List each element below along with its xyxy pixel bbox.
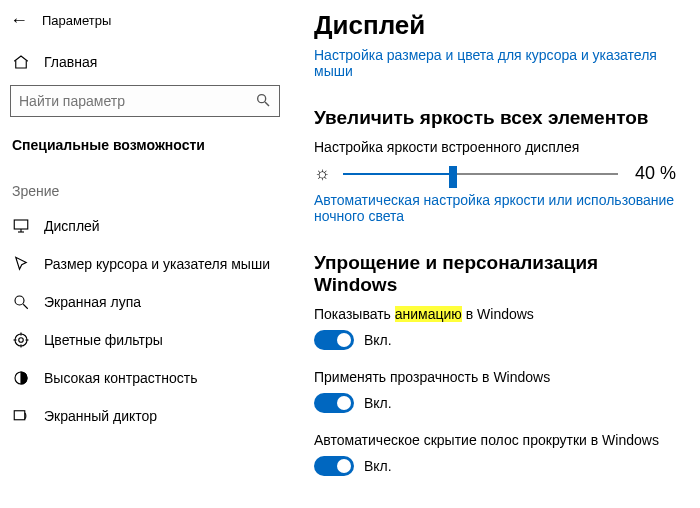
simplify-section-header: Упрощение и персонализация Windows bbox=[314, 252, 676, 296]
sidebar-item-color-filters[interactable]: Цветные фильтры bbox=[0, 321, 290, 359]
svg-rect-14 bbox=[14, 411, 25, 420]
toggle-scrollbars-state: Вкл. bbox=[364, 458, 392, 474]
sidebar-home-label: Главная bbox=[44, 54, 97, 70]
sidebar-group-vision: Зрение bbox=[0, 159, 290, 207]
narrator-icon bbox=[12, 407, 30, 425]
back-icon[interactable]: ← bbox=[10, 10, 28, 31]
sidebar-section-header: Специальные возможности bbox=[0, 127, 290, 159]
slider-thumb[interactable] bbox=[449, 166, 457, 188]
search-input[interactable] bbox=[19, 93, 255, 109]
brightness-section-header: Увеличить яркость всех элементов bbox=[314, 107, 676, 129]
sidebar: ← Параметры Главная Специальные возможно… bbox=[0, 0, 290, 508]
toggle-scrollbars[interactable] bbox=[314, 456, 354, 476]
cursor-settings-link[interactable]: Настройка размера и цвета для курсора и … bbox=[314, 47, 676, 79]
home-icon bbox=[12, 53, 30, 71]
sidebar-item-label: Дисплей bbox=[44, 218, 100, 234]
svg-line-1 bbox=[265, 102, 269, 106]
contrast-icon bbox=[12, 369, 30, 387]
sidebar-home[interactable]: Главная bbox=[0, 43, 290, 81]
magnifier-icon bbox=[12, 293, 30, 311]
sun-icon: ☼ bbox=[314, 163, 331, 184]
search-box[interactable] bbox=[10, 85, 280, 117]
toggle-scrollbars-label: Автоматическое скрытие полос прокрутки в… bbox=[314, 432, 676, 448]
main-content: Дисплей Настройка размера и цвета для ку… bbox=[290, 0, 700, 508]
toggle-animations[interactable] bbox=[314, 330, 354, 350]
monitor-icon bbox=[12, 217, 30, 235]
cursor-icon bbox=[12, 255, 30, 273]
sidebar-item-narrator[interactable]: Экранный диктор bbox=[0, 397, 290, 435]
sidebar-item-high-contrast[interactable]: Высокая контрастность bbox=[0, 359, 290, 397]
sidebar-item-label: Экранная лупа bbox=[44, 294, 141, 310]
toggle-transparency-label: Применять прозрачность в Windows bbox=[314, 369, 676, 385]
svg-point-8 bbox=[19, 338, 24, 343]
sidebar-item-magnifier[interactable]: Экранная лупа bbox=[0, 283, 290, 321]
highlight: анимацию bbox=[395, 306, 462, 322]
sidebar-item-cursor-size[interactable]: Размер курсора и указателя мыши bbox=[0, 245, 290, 283]
sidebar-item-label: Экранный диктор bbox=[44, 408, 157, 424]
search-icon bbox=[255, 92, 271, 111]
slider-fill bbox=[343, 173, 453, 175]
brightness-label: Настройка яркости встроенного дисплея bbox=[314, 139, 676, 155]
sidebar-item-label: Цветные фильтры bbox=[44, 332, 163, 348]
svg-line-6 bbox=[23, 304, 28, 309]
svg-rect-2 bbox=[14, 220, 28, 229]
sidebar-item-label: Высокая контрастность bbox=[44, 370, 197, 386]
color-filter-icon bbox=[12, 331, 30, 349]
sidebar-item-label: Размер курсора и указателя мыши bbox=[44, 256, 270, 272]
toggle-transparency[interactable] bbox=[314, 393, 354, 413]
svg-point-5 bbox=[15, 296, 24, 305]
window-title: Параметры bbox=[42, 13, 111, 28]
svg-point-0 bbox=[258, 94, 266, 102]
svg-point-7 bbox=[15, 334, 27, 346]
auto-brightness-link[interactable]: Автоматическая настройка яркости или исп… bbox=[314, 192, 676, 224]
page-title: Дисплей bbox=[314, 10, 676, 41]
sidebar-item-display[interactable]: Дисплей bbox=[0, 207, 290, 245]
brightness-value: 40 % bbox=[630, 163, 676, 184]
brightness-slider[interactable] bbox=[343, 173, 619, 175]
toggle-animations-label: Показывать анимацию в Windows bbox=[314, 306, 676, 322]
toggle-animations-state: Вкл. bbox=[364, 332, 392, 348]
toggle-transparency-state: Вкл. bbox=[364, 395, 392, 411]
